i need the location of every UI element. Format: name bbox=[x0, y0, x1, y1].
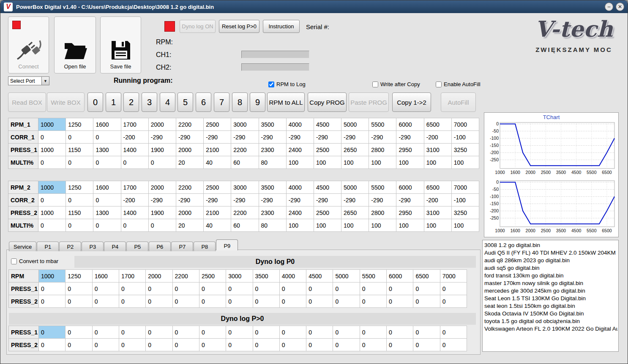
grid-cell[interactable]: 0 bbox=[360, 295, 386, 308]
convert-to-mbar-checkbox[interactable]: Convert to mbar bbox=[11, 258, 58, 264]
grid-cell[interactable]: 40 bbox=[204, 156, 231, 169]
grid-cell[interactable]: 0 bbox=[253, 339, 279, 351]
list-item[interactable]: mercedes gle 300d 245km go digital.bin bbox=[483, 287, 617, 295]
reset-log-button[interactable]: Reset log P>0 bbox=[219, 20, 259, 33]
grid-cell[interactable]: 2500 bbox=[314, 144, 341, 156]
grid-cell[interactable]: 5500 bbox=[360, 270, 386, 283]
enable-autofill-checkbox[interactable]: Enable AutoFill bbox=[436, 81, 481, 87]
grid-cell[interactable]: 6000 bbox=[387, 270, 413, 283]
grid-cell[interactable]: 3000 bbox=[226, 270, 253, 283]
grid-cell[interactable]: 6500 bbox=[413, 270, 440, 283]
grid-cell[interactable]: 2000 bbox=[148, 181, 176, 194]
grid-cell[interactable]: 1600 bbox=[93, 181, 121, 194]
grid-cell[interactable]: 0 bbox=[253, 283, 279, 295]
grid-cell[interactable]: 0 bbox=[360, 339, 386, 351]
grid-cell[interactable]: 3000 bbox=[231, 181, 259, 194]
grid-cell[interactable]: 1000 bbox=[38, 144, 66, 156]
grid-cell[interactable]: 3000 bbox=[231, 118, 259, 131]
grid-cell[interactable]: 3500 bbox=[253, 270, 279, 283]
grid-cell[interactable]: 0 bbox=[66, 283, 92, 295]
grid-cell[interactable]: 2800 bbox=[369, 206, 396, 219]
grid-cell[interactable]: 0 bbox=[333, 326, 360, 339]
grid-cell[interactable]: 2200 bbox=[176, 118, 203, 131]
grid-cell[interactable]: 0 bbox=[38, 131, 66, 144]
grid-cell[interactable]: 0 bbox=[66, 219, 93, 232]
grid-cell[interactable]: 2950 bbox=[396, 144, 424, 156]
open-file-button[interactable]: Open file bbox=[54, 16, 96, 73]
tab-p3[interactable]: P3 bbox=[82, 242, 104, 251]
grid-cell[interactable]: 0 bbox=[199, 326, 226, 339]
grid-cell[interactable]: 6500 bbox=[424, 181, 451, 194]
grid-cell[interactable]: 0 bbox=[226, 283, 253, 295]
select-port-dropdown[interactable]: Select Port ▼ bbox=[8, 76, 49, 85]
grid-cell[interactable]: -290 bbox=[204, 131, 231, 144]
grid-cell[interactable]: 0 bbox=[279, 326, 306, 339]
grid-cell[interactable]: 2800 bbox=[369, 144, 396, 156]
list-item[interactable]: Audi Q5 II (FY FL) 40 TDI MHEV 2.0 150kW… bbox=[483, 249, 617, 257]
instruction-button[interactable]: Instruction bbox=[263, 20, 300, 33]
copy-1-to-2-button[interactable]: Copy 1->2 bbox=[392, 92, 431, 112]
grid-cell[interactable]: 0 bbox=[146, 326, 172, 339]
grid-cell[interactable]: 0 bbox=[39, 339, 66, 351]
list-item[interactable]: toyota 1.5 go digital od obciążenia.bin bbox=[483, 318, 617, 325]
write-after-copy-checkbox[interactable]: Write after Copy bbox=[372, 81, 420, 87]
grid-cell[interactable]: 2500 bbox=[199, 270, 226, 283]
grid-cell[interactable]: 0 bbox=[119, 295, 145, 308]
grid-cell[interactable]: 0 bbox=[92, 295, 119, 308]
grid-cell[interactable]: 1600 bbox=[93, 118, 121, 131]
digit-0-button[interactable]: 0 bbox=[87, 92, 103, 112]
grid-cell[interactable]: 2500 bbox=[204, 118, 231, 131]
grid-cell[interactable]: 1000 bbox=[39, 270, 66, 283]
grid-cell[interactable]: 20 bbox=[176, 156, 203, 169]
grid-cell[interactable]: 0 bbox=[93, 194, 121, 206]
save-file-button[interactable]: Save file bbox=[100, 16, 141, 73]
tab-service[interactable]: Service bbox=[9, 242, 36, 251]
grid-cell[interactable]: -290 bbox=[396, 194, 424, 206]
grid-cell[interactable]: -100 bbox=[451, 131, 479, 144]
grid-cell[interactable]: 2400 bbox=[286, 206, 314, 219]
grid-cell[interactable]: -290 bbox=[286, 194, 314, 206]
tab-p2[interactable]: P2 bbox=[59, 242, 81, 251]
grid-cell[interactable]: 0 bbox=[172, 283, 199, 295]
list-item[interactable]: Volkswagen Arteon FL 2.0 190KM 2022 Go D… bbox=[483, 325, 617, 333]
grid-cell[interactable]: 100 bbox=[286, 156, 314, 169]
grid-cell[interactable]: 100 bbox=[286, 219, 314, 232]
grid-cell[interactable]: 1700 bbox=[121, 118, 148, 131]
grid-cell[interactable]: 2500 bbox=[314, 206, 341, 219]
grid-cell[interactable]: 0 bbox=[92, 339, 119, 351]
grid-cell[interactable]: -290 bbox=[231, 131, 259, 144]
tab-p4[interactable]: P4 bbox=[104, 242, 126, 251]
grid-cell[interactable]: -200 bbox=[121, 131, 148, 144]
grid-cell[interactable]: -200 bbox=[424, 194, 451, 206]
grid-cell[interactable]: 0 bbox=[333, 295, 360, 308]
grid-cell[interactable]: 0 bbox=[413, 295, 440, 308]
grid-cell[interactable]: 0 bbox=[199, 295, 226, 308]
tab-p9[interactable]: P9 bbox=[216, 239, 238, 250]
grid-cell[interactable]: 2200 bbox=[231, 144, 259, 156]
chevron-down-icon[interactable]: ▼ bbox=[41, 77, 49, 85]
grid-cell[interactable]: -290 bbox=[341, 194, 369, 206]
list-item[interactable]: audi q8 286km 2023 go digital.bin bbox=[483, 257, 617, 264]
grid-cell[interactable]: 2200 bbox=[172, 270, 199, 283]
digit-6-button[interactable]: 6 bbox=[196, 92, 211, 112]
grid-cell[interactable]: 0 bbox=[387, 326, 413, 339]
tab-p1[interactable]: P1 bbox=[37, 242, 59, 251]
grid-cell[interactable]: 1700 bbox=[119, 270, 145, 283]
grid-cell[interactable]: 6000 bbox=[396, 118, 424, 131]
grid-cell[interactable]: 1150 bbox=[66, 206, 93, 219]
grid-cell[interactable]: 0 bbox=[413, 283, 440, 295]
grid-cell[interactable]: 0 bbox=[66, 156, 93, 169]
grid-cell[interactable]: 0 bbox=[360, 326, 386, 339]
grid-cell[interactable]: 0 bbox=[148, 156, 176, 169]
digit-8-button[interactable]: 8 bbox=[232, 92, 248, 112]
grid-cell[interactable]: 1900 bbox=[148, 206, 176, 219]
grid-cell[interactable]: 1250 bbox=[66, 118, 93, 131]
grid-cell[interactable]: 0 bbox=[387, 283, 413, 295]
grid-cell[interactable]: 0 bbox=[121, 219, 148, 232]
grid-cell[interactable]: 60 bbox=[231, 219, 259, 232]
grid-cell[interactable]: 100 bbox=[396, 219, 424, 232]
tab-p8[interactable]: P8 bbox=[194, 242, 216, 251]
grid-cell[interactable]: 0 bbox=[360, 283, 386, 295]
grid-cell[interactable]: 0 bbox=[413, 326, 440, 339]
grid-cell[interactable]: 2000 bbox=[148, 118, 176, 131]
